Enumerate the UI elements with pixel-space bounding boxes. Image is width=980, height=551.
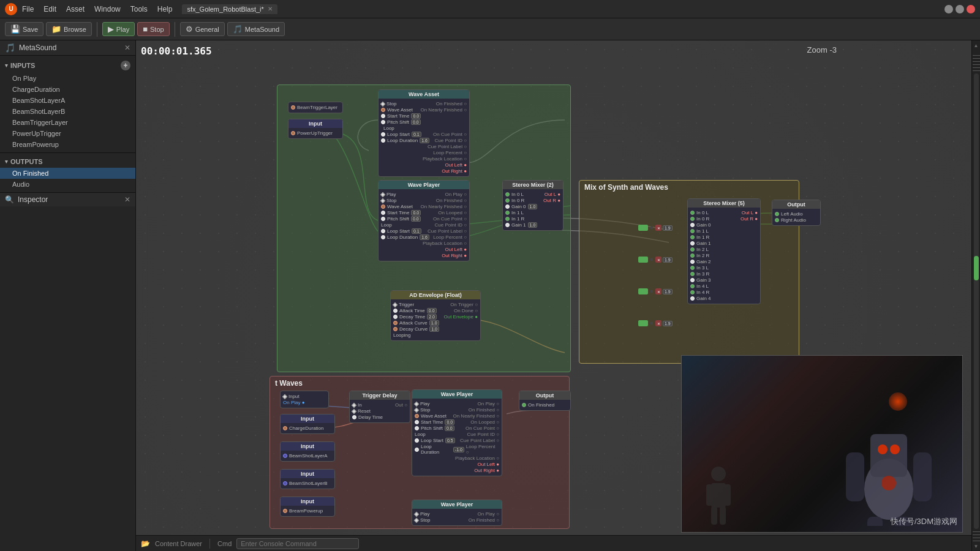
play-icon: ▶ — [108, 24, 114, 34]
node-output-yellow-title: Output — [772, 200, 820, 209]
bottombar: 📂 Content Drawer Cmd — [136, 535, 971, 551]
input-beam-shot-layer-b[interactable]: BeamShotLayerB — [0, 106, 135, 117]
maximize-button[interactable] — [956, 5, 964, 13]
stop-button[interactable]: ■ Stop — [137, 22, 170, 36]
node-canvas[interactable]: 00:00:01.365 Zoom -3 — [136, 40, 971, 551]
pin-decay-time — [393, 315, 398, 319]
scroll-thumb[interactable] — [974, 256, 979, 280]
scroll-down-arrow[interactable]: ▼ — [973, 542, 980, 550]
pin-trigger-in — [393, 302, 398, 307]
node-input-beamshotlayera[interactable]: Input BeamShotLayerA — [280, 441, 335, 462]
node-input-chargeduration[interactable]: Input ChargeDuration — [280, 414, 335, 434]
pin-wp-bot2-stop — [414, 517, 419, 522]
titlebar-controls — [944, 5, 975, 13]
scroll-up-arrow[interactable]: ▲ — [973, 42, 980, 49]
pin-loop-start-mid — [381, 229, 385, 233]
mixer-x-btn-2[interactable]: ✕ — [655, 288, 662, 294]
node-output-yellow[interactable]: Output Left Audio Right Audio — [772, 200, 821, 226]
canvas-area[interactable]: 00:00:01.365 Zoom -3 — [136, 40, 971, 551]
pin-wave-asset-mid — [381, 204, 385, 209]
save-button[interactable]: 💾 Save — [5, 22, 43, 36]
node-input-breampowerup[interactable]: Input BreamPowerup — [280, 497, 335, 517]
node-trigger-delay[interactable]: Trigger Delay In Out ○ Reset Delay Time — [349, 391, 410, 423]
inspector-close-button[interactable]: ✕ — [124, 195, 130, 204]
browse-button[interactable]: 📁 Browse — [46, 22, 92, 36]
menu-window[interactable]: Window — [94, 5, 121, 13]
gear-icon: ⚙ — [186, 24, 193, 34]
scroll-mark-1 — [973, 55, 980, 56]
loop-dur-badge-top: 1.6 — [420, 138, 429, 143]
minimize-button[interactable] — [944, 5, 953, 13]
node-wave-player-mid[interactable]: Wave Player Play On Play ○ Stop On Finis… — [378, 180, 470, 261]
node-on-play-bottom[interactable]: Input On Play ● — [280, 391, 329, 408]
general-button[interactable]: ⚙ General — [180, 22, 225, 36]
input-beam-shot-layer-a[interactable]: BeamShotLayerA — [0, 95, 135, 106]
wp-bot-pitch-badge: 0.0 — [445, 425, 454, 431]
input-charge-duration[interactable]: ChargeDuration — [0, 84, 135, 95]
scroll-mark-10 — [973, 541, 980, 541]
tab-area[interactable]: sfx_Golem_RobotBlast_i* ✕ — [182, 4, 277, 14]
pin-in-1r — [505, 217, 510, 221]
play-button[interactable]: ▶ Play — [102, 22, 135, 36]
svg-rect-11 — [706, 484, 712, 506]
gain-0-badge: 1.0 — [528, 204, 538, 209]
node-output-bottom[interactable]: Output On Finished — [519, 391, 571, 411]
node-poweruptrigger[interactable]: Input PowerUpTrigger — [288, 119, 343, 139]
mixer-x-btn-3[interactable]: ✕ — [655, 320, 662, 326]
outputs-section-header[interactable]: ▾ OUTPUTS — [0, 156, 135, 168]
node-input-beamshotlayerb[interactable]: Input BeamShotLayerB — [280, 469, 335, 489]
tab-label: sfx_Golem_RobotBlast_i* — [187, 6, 263, 13]
node-stereo-mixer-5-title: Stereo Mixer (5) — [688, 199, 760, 208]
metasound-button[interactable]: 🎵 MetaSound — [227, 22, 285, 36]
add-input-button[interactable]: + — [121, 61, 130, 70]
menu-asset[interactable]: Asset — [66, 5, 85, 13]
node-wave-player-top[interactable]: Wave Asset Stop On Finished ○ Wave Asset… — [378, 89, 470, 177]
console-input[interactable] — [236, 538, 359, 549]
close-button[interactable] — [967, 5, 975, 13]
panel-close-button[interactable]: ✕ — [124, 43, 130, 52]
inputs-arrow-icon: ▾ — [5, 62, 8, 69]
svg-rect-4 — [846, 452, 864, 501]
mixer-x-btn-1[interactable]: ✕ — [655, 257, 662, 263]
pin-sm5-gain-4 — [690, 296, 695, 301]
node-wave-player-bot2[interactable]: Wave Player Play On Play ○ Stop On Finis… — [412, 500, 502, 526]
input-beam-trigger-layer[interactable]: BeamTriggerLayer — [0, 117, 135, 128]
input-bream-powerup[interactable]: BreamPowerup — [0, 139, 135, 150]
node-beam-trigger[interactable]: BeamTriggerLayer — [288, 102, 343, 113]
input-on-play[interactable]: On Play — [0, 73, 135, 84]
menu-tools[interactable]: Tools — [130, 5, 148, 13]
node-stereo-mixer-5[interactable]: Stereo Mixer (5) In 0 L Out L ● In 0 R O… — [687, 198, 761, 304]
pin-gain-0 — [505, 204, 510, 209]
outputs-label: OUTPUTS — [10, 158, 43, 165]
node-stereo-mixer-top[interactable]: Stereo Mixer (2) In 0 L Out L ● In 0 R O… — [502, 180, 564, 231]
svg-point-8 — [881, 476, 896, 490]
loop-start-badge-mid: 0.1 — [412, 228, 421, 234]
pin-attack-time — [393, 309, 398, 313]
red-section-label: t Waves — [275, 379, 303, 388]
menu-help[interactable]: Help — [157, 5, 173, 13]
menu-file[interactable]: File — [22, 5, 34, 13]
mixer-x-btn-0[interactable]: ✕ — [655, 225, 662, 231]
content-drawer-label[interactable]: Content Drawer — [155, 540, 202, 547]
scroll-mark-7 — [973, 531, 980, 532]
menu-edit[interactable]: Edit — [43, 5, 56, 13]
pin-loop-start-in — [381, 132, 385, 137]
pin-td-in — [352, 402, 356, 407]
tab-close[interactable]: ✕ — [268, 6, 273, 12]
panel-title: MetaSound — [19, 43, 56, 52]
scroll-track[interactable] — [974, 73, 979, 529]
input-powerup-trigger[interactable]: PowerUpTrigger — [0, 128, 135, 139]
toolbar: 💾 Save 📁 Browse ▶ Play ■ Stop ⚙ General … — [0, 18, 980, 40]
inputs-section-header[interactable]: ▾ INPUTS + — [0, 58, 135, 73]
output-audio[interactable]: Audio — [0, 179, 135, 190]
mixer-row-2: ✕ 1.9 — [638, 288, 673, 294]
node-ad-envelope[interactable]: AD Envelope (Float) Trigger On Trigger ○… — [390, 290, 481, 341]
node-wave-player-bot[interactable]: Wave Player Play On Play ○ Stop On Finis… — [412, 389, 502, 476]
pin-breampowerup-out — [283, 509, 287, 513]
pin-attack-curve — [393, 321, 398, 325]
pin-in-0l — [505, 192, 510, 197]
pin-beamshotlayera-out — [283, 454, 287, 458]
svg-point-9 — [711, 467, 726, 481]
pin-sm5-gain-1 — [690, 241, 695, 246]
output-on-finished[interactable]: On Finished — [0, 168, 135, 179]
